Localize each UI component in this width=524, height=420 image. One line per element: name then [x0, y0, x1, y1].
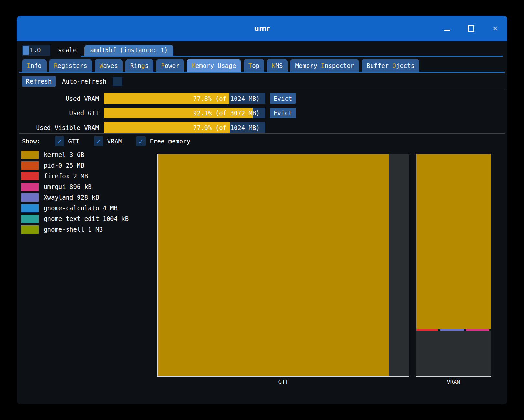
separator [19, 90, 505, 90]
used-vram-progressbar: 77.8% (of 1024 MB) [104, 93, 265, 104]
show-free-memory-option: ✓ Free memory [136, 136, 190, 146]
vram-memory-chart [416, 154, 491, 377]
used-vram-row: Used VRAM 77.8% (of 1024 MB) Evict [22, 93, 299, 104]
process-size: 25 MB [66, 162, 84, 169]
legend-item-firefox: firefox 2 MB [21, 172, 129, 180]
vram-chart-label: VRAM [416, 379, 491, 385]
gtt-checkbox[interactable]: ✓ [55, 136, 64, 146]
free-memory-checkbox[interactable]: ✓ [136, 136, 146, 146]
evict-vram-button[interactable]: Evict [270, 93, 296, 104]
gtt-kernel-segment [158, 154, 389, 376]
legend-swatch [21, 151, 39, 159]
minimize-button[interactable] [443, 25, 451, 32]
maximize-icon [468, 25, 474, 32]
refresh-button[interactable]: Refresh [22, 76, 56, 87]
process-name: umrgui [44, 183, 66, 190]
vram-small-allocations-strip [416, 329, 491, 331]
used-visible-vram-label: Used Visible VRAM [22, 124, 99, 131]
legend-swatch [21, 183, 39, 191]
vram-firefox-segment [416, 329, 438, 331]
used-gtt-label: Used GTT [22, 110, 99, 117]
vram-free-segment [416, 331, 491, 376]
scale-input[interactable]: 1.0 [22, 45, 50, 56]
legend-swatch [21, 193, 39, 202]
device-tab-amd15bf[interactable]: amd15bf (instance: 1) [84, 45, 173, 56]
process-size: 1004 kB [103, 215, 129, 222]
used-gtt-progressbar: 92.1% (of 3072 MB) [104, 108, 265, 118]
process-size: 3 GB [69, 151, 84, 158]
minimize-icon [444, 30, 450, 31]
process-name: gnome-text-edit [44, 215, 99, 222]
vram-option-label: VRAM [107, 138, 122, 145]
legend-item-gnome-calculato: gnome-calculato 4 MB [21, 204, 129, 212]
titlebar[interactable]: umr ✕ [17, 16, 507, 41]
process-size: 2 MB [73, 173, 88, 180]
window-title: umr [254, 24, 270, 32]
vram-kernel-segment [416, 154, 491, 329]
legend-swatch [21, 215, 39, 223]
process-size: 1 MB [88, 226, 103, 233]
used-gtt-value: 92.1% (of 3072 MB) [193, 108, 260, 118]
checkmark-icon: ✓ [138, 137, 143, 146]
evict-gtt-button[interactable]: Evict [270, 108, 296, 118]
free-memory-option-label: Free memory [150, 138, 190, 145]
process-size: 4 MB [103, 205, 118, 212]
tab-registers[interactable]: Registers [49, 59, 92, 72]
legend-swatch [21, 172, 39, 180]
scale-row: 1.0 scale amd15bf (instance: 1) [22, 45, 173, 56]
gtt-free-segment [389, 154, 409, 376]
close-icon: ✕ [493, 25, 497, 32]
device-tab-label: amd15bf (instance: 1) [90, 47, 168, 54]
tab-rings[interactable]: Rings [125, 59, 153, 72]
auto-refresh-checkbox[interactable] [113, 77, 122, 86]
used-visible-vram-row: Used Visible VRAM 77.9% (of 1024 MB) [22, 122, 299, 133]
legend-item-pid-0: pid-0 25 MB [21, 161, 129, 170]
tabs-row: Info Registers Waves Rings Power Memory … [22, 59, 419, 72]
maximize-button[interactable] [467, 25, 475, 32]
process-name: gnome-calculato [44, 205, 99, 212]
checkmark-icon: ✓ [57, 137, 62, 146]
tab-waves[interactable]: Waves [95, 59, 123, 72]
show-vram-option: ✓ VRAM [94, 136, 122, 146]
tab-memory-inspector[interactable]: Memory Inspector [290, 59, 359, 72]
process-name: gnome-shell [44, 226, 84, 233]
show-label: Show: [22, 138, 40, 145]
legend-swatch [21, 161, 39, 170]
umr-window: umr ✕ 1.0 scale amd15bf (instance: 1) In… [17, 16, 507, 404]
checkmark-icon: ✓ [96, 137, 101, 146]
used-visible-vram-progressbar: 77.9% (of 1024 MB) [104, 122, 265, 133]
tab-kms[interactable]: KMS [267, 59, 288, 72]
legend-swatch [21, 225, 39, 234]
used-gtt-row: Used GTT 92.1% (of 3072 MB) Evict [22, 108, 299, 118]
legend-swatch [21, 204, 39, 212]
legend-item-gnome-shell: gnome-shell 1 MB [21, 225, 129, 234]
usage-section: Used VRAM 77.8% (of 1024 MB) Evict Used … [22, 93, 299, 133]
used-visible-vram-value: 77.9% (of 1024 MB) [193, 122, 260, 133]
gtt-chart-label: GTT [157, 379, 409, 385]
scale-value: 1.0 [29, 47, 41, 54]
tab-power[interactable]: Power [156, 59, 184, 72]
tab-info[interactable]: Info [22, 59, 47, 72]
refresh-row: Refresh Auto-refresh [22, 76, 122, 87]
auto-refresh-label: Auto-refresh [62, 78, 106, 85]
vram-xwayland-segment [440, 329, 464, 331]
window-controls: ✕ [443, 16, 499, 41]
legend-item-xwayland: Xwayland 928 kB [21, 193, 129, 202]
gtt-memory-chart [157, 154, 409, 377]
legend-item-umrgui: umrgui 896 kB [21, 183, 129, 191]
vram-umrgui-segment [466, 329, 490, 331]
scale-drag-handle-icon[interactable] [23, 46, 29, 55]
process-name: firefox [44, 173, 69, 180]
close-button[interactable]: ✕ [491, 25, 499, 32]
tab-buffer-ojects[interactable]: Buffer Ojects [362, 59, 419, 72]
used-vram-value: 77.8% (of 1024 MB) [193, 93, 260, 104]
tab-top[interactable]: Top [244, 59, 264, 72]
tab-memory-usage[interactable]: Memory Usage [187, 59, 241, 72]
tabs-underline [19, 72, 505, 73]
legend: kernel 3 GB pid-0 25 MB firefox 2 MB umr… [21, 151, 129, 234]
show-row: Show: ✓ GTT ✓ VRAM ✓ Free memory [22, 136, 190, 147]
legend-item-gnome-text-edit: gnome-text-edit 1004 kB [21, 215, 129, 223]
used-vram-label: Used VRAM [22, 95, 99, 102]
vram-checkbox[interactable]: ✓ [94, 136, 103, 146]
process-size: 928 kB [77, 194, 99, 201]
